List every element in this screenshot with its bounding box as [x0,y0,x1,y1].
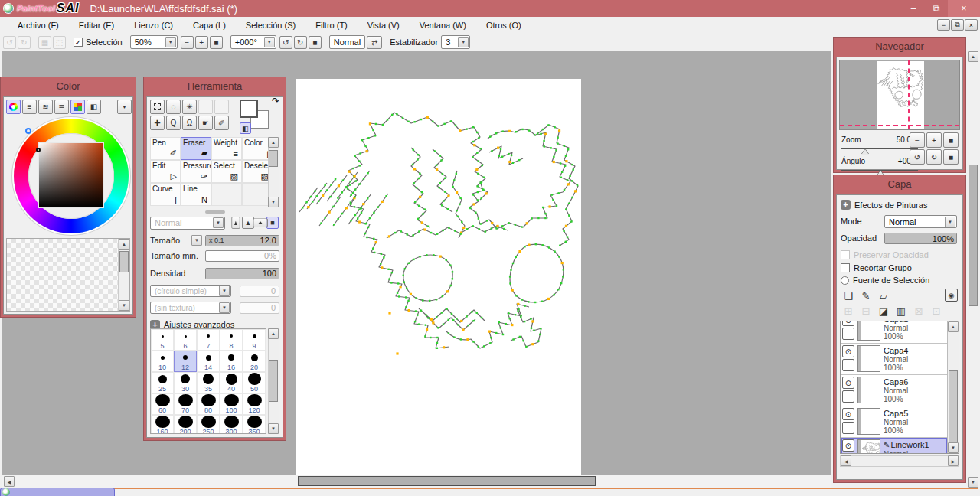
undo-icon[interactable]: ↺ [3,36,16,49]
color-mixer-button[interactable]: ≣ [54,100,69,114]
brush-size-7[interactable]: 7 [197,329,220,351]
scratchpad-button[interactable]: ◧ [87,100,101,114]
texture-combo[interactable]: (sin textura) ▼ [150,302,231,314]
chevron-down-icon[interactable]: ▼ [219,286,230,296]
saturation-value-square[interactable] [39,143,103,207]
brush-size-300[interactable]: 300 [220,415,243,434]
hsv-sliders-button[interactable]: ≋ [38,100,53,114]
tool-grid-scrollbar[interactable]: ▲ ▼ [268,137,279,207]
brush-size-5[interactable]: 5 [151,329,174,351]
restore-button[interactable]: ⧉ [925,0,948,17]
layer-row-linework1[interactable]: ⊙✎✎Linework1Normal100% [841,438,947,454]
brush-edge-flat-button[interactable]: ■ [266,217,279,229]
menu-item[interactable]: Selección (S) [236,18,305,34]
layer-opacity-slider[interactable]: 100% [884,233,957,244]
hue-marker[interactable] [25,128,31,134]
flip-view-icon[interactable]: ⇄ [367,36,382,49]
brush-size-35[interactable]: 35 [197,372,220,393]
brush-edge-hard-button[interactable]: ▲ [231,217,240,229]
brush-size-40[interactable]: 40 [220,372,243,393]
size-unit-dropdown[interactable]: ▼ [191,235,202,246]
minimized-document-window[interactable] [0,488,115,496]
scroll-down-icon[interactable]: ▼ [968,477,978,488]
document-restore-button[interactable]: ⧉ [951,19,964,31]
layer-mode-combo[interactable]: Normal ▼ [884,215,957,228]
brush-size-70[interactable]: 70 [174,393,197,415]
chevron-down-icon[interactable]: ▼ [264,37,275,47]
panel-scroll-thumb[interactable] [969,165,978,306]
merge-down-icon[interactable]: ⊟ [859,304,873,318]
primary-color-swatch[interactable] [240,100,258,118]
canvas-hscroll-thumb[interactable] [298,476,596,486]
new-layer-icon[interactable]: ❏ [841,289,855,302]
scroll-up-icon[interactable]: ▲ [268,137,279,148]
scroll-left-icon[interactable]: ◀ [4,476,15,487]
tool-pen[interactable]: Pen✐ [150,137,181,160]
layer-visibility-icon[interactable]: ⊙ [842,439,854,452]
menu-item[interactable]: Ventana (W) [410,18,476,34]
nav-zoom-out-button[interactable]: − [910,132,925,148]
zoom-in-button[interactable]: + [195,36,208,49]
scroll-up-icon[interactable]: ▲ [948,321,959,332]
canvas-page[interactable] [296,79,581,475]
magic-wand-tool[interactable]: ✳ [182,100,197,114]
gradient-mode-button[interactable]: ◧ [240,122,251,134]
brush-size-14[interactable]: 14 [197,351,220,372]
brush-size-20[interactable]: 20 [243,351,266,372]
document-close-button[interactable]: × [965,19,978,31]
color-panel-title[interactable]: Color [1,77,136,96]
tool-scroll-thumb[interactable] [269,150,278,167]
scroll-down-icon[interactable]: ▼ [268,423,279,434]
rotate-cw-button[interactable]: ↻ [294,36,307,49]
layer-row-capa1[interactable]: ⊙Capa1Normal100% [841,321,947,344]
copy-selection-icon[interactable]: ⊠ [912,304,926,318]
paint-effects-expander[interactable]: + Efectos de Pinturas [841,200,959,210]
tool-line[interactable]: LineN [181,183,211,206]
brush-size-80[interactable]: 80 [197,393,220,415]
size-grid-scrollbar[interactable]: ▲ ▼ [268,328,279,434]
swatch-scrollbar[interactable]: ▲ ▼ [118,239,129,311]
chevron-down-icon[interactable]: ▼ [165,37,176,47]
layer-scroll-thumb[interactable] [949,370,958,447]
scroll-down-icon[interactable]: ▼ [119,300,129,311]
size-scroll-thumb[interactable] [269,360,278,402]
scroll-down-icon[interactable]: ▼ [948,442,959,453]
brush-edge-round-button[interactable]: ▲ [253,218,268,227]
view-normal-button[interactable]: Normal [329,35,365,49]
navigator-angle-slider[interactable]: Ángulo +000º [841,155,918,171]
brush-size-8[interactable]: 8 [220,329,243,351]
layer-visibility-icon[interactable]: ⊙ [842,408,854,420]
tool-eraser[interactable]: Eraser▰ [181,137,211,160]
swap-colors-icon[interactable]: ↷ [272,96,279,106]
tool-weight[interactable]: Weight≡ [211,137,242,160]
brush-size-12[interactable]: 12 [174,351,197,372]
menu-item[interactable]: Editar (E) [69,18,124,34]
eyedropper-tool[interactable]: ✐ [214,116,229,130]
scroll-up-icon[interactable]: ▲ [119,239,129,250]
preserve-opacity-checkbox[interactable] [841,250,850,259]
tool-curve[interactable]: Curve∫ [150,183,181,206]
brush-size-30[interactable]: 30 [174,372,197,393]
nav-rotate-cw-button[interactable]: ↻ [926,149,942,165]
move-tool[interactable]: ✚ [150,116,165,130]
zoom-tool[interactable]: Q [166,116,181,130]
tamano-slider[interactable]: x 0.1 12.0 [205,235,279,246]
brush-size-160[interactable]: 160 [151,415,174,434]
selection-transform-icon[interactable]: ▦ [38,36,51,49]
panel-divider-handle[interactable] [205,210,225,214]
brush-size-250[interactable]: 250 [197,415,220,434]
tool-pressure[interactable]: Pressure✑ [181,160,211,183]
clipping-group-checkbox[interactable] [841,263,850,272]
scroll-down-icon[interactable]: ▼ [268,197,279,207]
navigator-zoom-slider[interactable]: Zoom 50.0% [841,134,918,149]
rect-select-tool[interactable] [150,100,165,114]
swatch-area[interactable]: ▲ ▼ [6,238,130,312]
layer-visibility-icon[interactable]: ⊙ [842,377,854,389]
angle-combo[interactable]: +000° ▼ [230,35,276,49]
chevron-down-icon[interactable]: ▼ [945,217,956,227]
zoom-reset-button[interactable]: ■ [210,36,223,49]
swatches-view-button[interactable] [70,100,85,114]
zoom-combo[interactable]: 50% ▼ [130,35,178,49]
brush-size-350[interactable]: 350 [243,415,266,434]
color-panel-menu-button[interactable]: ▼ [117,100,132,114]
